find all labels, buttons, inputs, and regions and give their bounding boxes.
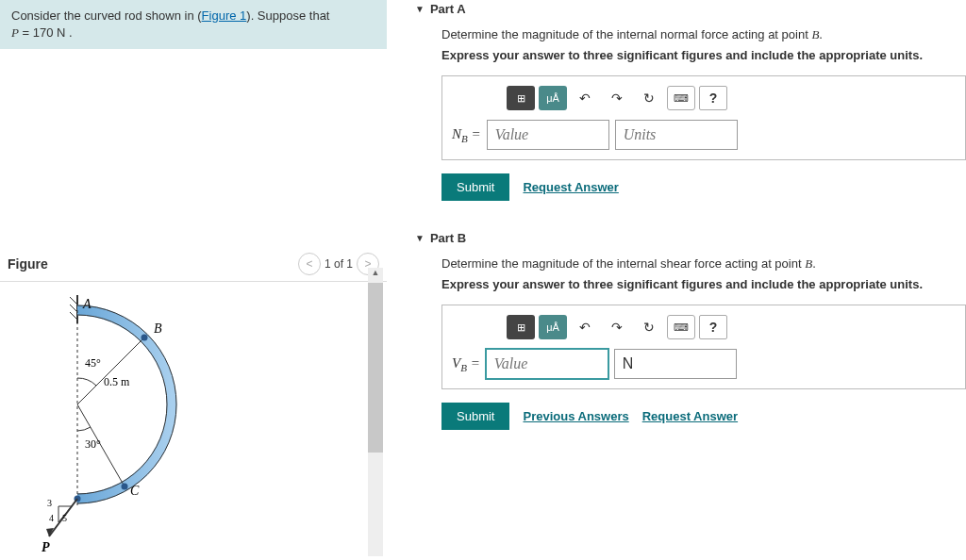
- part-b-previous-answers-link[interactable]: Previous Answers: [523, 409, 628, 423]
- reset-button[interactable]: ↻: [635, 86, 663, 110]
- part-b-value-input[interactable]: [486, 349, 608, 379]
- svg-line-2: [70, 312, 77, 320]
- part-a-question: Determine the magnitude of the internal …: [441, 27, 966, 42]
- problem-text-prefix: Consider the curved rod shown in (: [11, 8, 202, 23]
- part-b-question: Determine the magnitude of the internal …: [441, 256, 966, 272]
- figure-scrollbar[interactable]: [368, 283, 383, 556]
- label-C: C: [130, 484, 140, 498]
- undo-button[interactable]: ↶: [571, 86, 599, 110]
- redo-button[interactable]: ↷: [603, 86, 631, 110]
- param-var: P: [11, 25, 19, 40]
- figure-title: Figure: [8, 256, 48, 272]
- svg-line-1: [70, 305, 77, 312]
- templates-button[interactable]: ⊞: [507, 86, 535, 110]
- keyboard-button[interactable]: ⌨: [667, 315, 695, 339]
- svg-point-7: [142, 335, 148, 341]
- part-b-submit-button[interactable]: Submit: [441, 403, 509, 430]
- scroll-up-button[interactable]: ▲: [368, 268, 383, 283]
- part-b-answer-box: ⊞ μÅ ↶ ↷ ↻ ⌨ ? VB =: [441, 305, 966, 389]
- help-button[interactable]: ?: [699, 315, 727, 339]
- figure-link[interactable]: Figure 1: [202, 8, 247, 23]
- caret-down-icon: ▼: [415, 233, 425, 243]
- svg-line-0: [70, 297, 77, 305]
- part-b-header[interactable]: ▼ Part B: [415, 229, 966, 247]
- figure-pager-text: 1 of 1: [325, 257, 353, 271]
- part-a-units-input[interactable]: [615, 120, 738, 150]
- caret-down-icon: ▼: [415, 4, 425, 14]
- help-button[interactable]: ?: [699, 86, 727, 110]
- label-4: 4: [49, 513, 54, 523]
- problem-text-suffix: ). Suppose that: [246, 8, 329, 23]
- special-chars-button[interactable]: μÅ: [539, 315, 567, 339]
- label-3: 3: [47, 498, 52, 508]
- reset-button[interactable]: ↻: [635, 315, 663, 339]
- special-chars-button[interactable]: μÅ: [539, 86, 567, 110]
- part-b-variable: VB =: [452, 355, 480, 373]
- label-A: A: [82, 297, 92, 311]
- part-a-title: Part A: [430, 2, 466, 16]
- part-b-instruction: Express your answer to three significant…: [441, 277, 966, 291]
- svg-point-8: [122, 484, 128, 490]
- part-a-value-input[interactable]: [487, 120, 609, 150]
- part-b-request-answer-link[interactable]: Request Answer: [642, 409, 738, 423]
- part-a-request-answer-link[interactable]: Request Answer: [523, 180, 618, 194]
- part-a-submit-button[interactable]: Submit: [441, 173, 509, 201]
- part-b-units-input[interactable]: [614, 349, 737, 379]
- part-a-header[interactable]: ▼ Part A: [415, 0, 966, 18]
- label-B: B: [154, 321, 162, 336]
- undo-button[interactable]: ↶: [571, 315, 599, 339]
- part-a-answer-box: ⊞ μÅ ↶ ↷ ↻ ⌨ ? NB =: [441, 75, 966, 160]
- part-a-variable: NB =: [452, 126, 481, 144]
- label-angle2: 30°: [85, 437, 101, 451]
- figure-diagram: A B C P 45° 30° 0.5 m 3 4 5: [0, 282, 387, 560]
- part-b-title: Part B: [430, 231, 466, 245]
- label-5: 5: [62, 513, 67, 523]
- scrollbar-thumb[interactable]: [368, 283, 383, 453]
- label-P: P: [42, 540, 50, 554]
- templates-button[interactable]: ⊞: [507, 315, 535, 339]
- label-radius: 0.5 m: [104, 375, 130, 388]
- figure-prev-button[interactable]: <: [298, 253, 321, 275]
- svg-line-5: [77, 338, 144, 404]
- keyboard-button[interactable]: ⌨: [667, 86, 695, 110]
- problem-statement: Consider the curved rod shown in (Figure…: [0, 0, 387, 49]
- param-value: = 170 N .: [19, 25, 73, 40]
- label-angle1: 45°: [85, 356, 101, 370]
- redo-button[interactable]: ↷: [603, 315, 631, 339]
- part-a-instruction: Express your answer to three significant…: [441, 48, 966, 62]
